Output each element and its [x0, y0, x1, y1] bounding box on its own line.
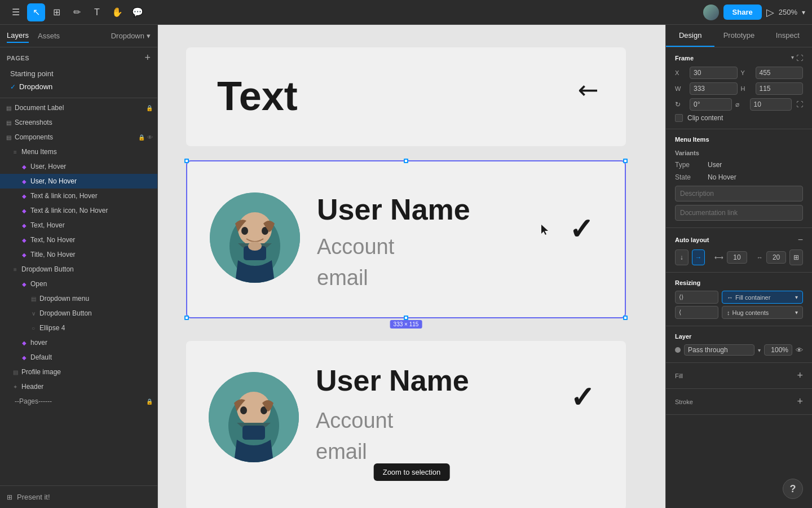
toolbar-tools: ☰ ↖ ⊞ ✏ T ✋ 💬: [7, 3, 147, 21]
layer-menu-items[interactable]: ≡ Menu Items: [0, 144, 157, 159]
layer-label: Text & link icon, No Hover: [30, 207, 108, 214]
share-button[interactable]: Share: [723, 5, 762, 20]
add-stroke-button[interactable]: +: [797, 396, 803, 408]
layer-text-no-hover[interactable]: ◆ Text, No Hover: [0, 233, 157, 247]
al-direction-right[interactable]: →: [692, 249, 705, 265]
y-value[interactable]: 455: [756, 67, 804, 79]
select-tool-icon[interactable]: ↖: [27, 3, 45, 21]
expand-corners-icon[interactable]: ⛶: [796, 100, 803, 108]
layer-default[interactable]: ◆ Default: [0, 350, 157, 365]
layer-open[interactable]: ◆ Open: [0, 277, 157, 291]
frame-chevron-icon[interactable]: ▾: [791, 54, 794, 62]
corner-value[interactable]: 10: [750, 98, 792, 111]
tab-design[interactable]: Design: [666, 25, 714, 47]
component-icon: ◆: [20, 192, 28, 200]
frame-tool-icon[interactable]: ⊞: [47, 3, 65, 21]
documentation-link-input[interactable]: [675, 205, 803, 221]
tab-inspect[interactable]: Inspect: [764, 25, 812, 47]
clip-content-label: Clip content: [687, 114, 723, 122]
help-button[interactable]: ?: [783, 479, 803, 499]
text-tool-icon[interactable]: T: [88, 3, 106, 21]
pen-tool-icon[interactable]: ✏: [68, 3, 86, 21]
pass-through-select[interactable]: Pass through: [684, 344, 754, 356]
layer-label: --Pages------: [15, 397, 52, 405]
layer-ellipse[interactable]: ○ Ellipse 4: [0, 321, 157, 335]
zoom-chevron-icon[interactable]: ▾: [802, 8, 805, 16]
add-page-button[interactable]: +: [144, 52, 151, 64]
al-align-icon[interactable]: ⊞: [789, 249, 803, 265]
layer-text-link-no-hover[interactable]: ◆ Text & link icon, No Hover: [0, 203, 157, 218]
play-button[interactable]: ▷: [766, 6, 774, 19]
zoom-level[interactable]: 250%: [779, 8, 797, 16]
resize-left-cell[interactable]: ⟨⟩: [675, 291, 718, 304]
frame-text[interactable]: Text ↗: [186, 47, 626, 146]
visibility-toggle-button[interactable]: 👁: [796, 346, 803, 354]
layer-profile-image[interactable]: ▤ Profile image: [0, 365, 157, 379]
menu-items-title: Menu Items: [675, 136, 709, 143]
variants-subsection: Variants: [675, 147, 803, 157]
al-spacing-value[interactable]: 10: [727, 251, 747, 264]
w-value[interactable]: 333: [690, 82, 738, 95]
al-spacing-icon: ⟷: [714, 254, 723, 261]
layer-components[interactable]: ▤ Components 🔒 👁: [0, 130, 157, 144]
account-label: Account: [317, 235, 394, 259]
tab-assets[interactable]: Assets: [38, 29, 60, 42]
resize-hug-cell[interactable]: ↕ Hug contents ▾: [722, 306, 803, 319]
tab-layers[interactable]: Layers: [7, 29, 29, 43]
layer-label: hover: [30, 339, 47, 347]
w-label: W: [675, 85, 686, 92]
layer-dropdown-button-inner[interactable]: ∨ Dropdown Button: [0, 306, 157, 321]
h-value[interactable]: 115: [756, 82, 804, 95]
comment-tool-icon[interactable]: 💬: [129, 3, 147, 21]
layer-label: Screenshots: [15, 119, 52, 126]
al-direction-down[interactable]: ↓: [675, 249, 689, 265]
layer-label: Open: [30, 280, 47, 288]
layer-dropdown-menu[interactable]: ▤ Dropdown menu: [0, 291, 157, 306]
frame-user-card-2[interactable]: User Name Account email ✓: [186, 341, 626, 508]
resize-top-cell[interactable]: ⟨: [675, 306, 718, 319]
toolbar-right: Share ▷ 250% ▾: [703, 5, 805, 20]
layer-text-hover[interactable]: ◆ Text, Hover: [0, 218, 157, 233]
menu-icon[interactable]: ☰: [7, 3, 25, 21]
x-value[interactable]: 30: [690, 67, 738, 79]
layer-hover[interactable]: ◆ hover: [0, 335, 157, 350]
layer-user-no-hover[interactable]: ◆ User, No Hover: [0, 174, 157, 189]
layer-dropdown-button[interactable]: ≡ Dropdown Button: [0, 262, 157, 277]
present-label[interactable]: Present it!: [17, 493, 50, 501]
tab-prototype[interactable]: Prototype: [714, 25, 763, 47]
tab-dropdown[interactable]: Dropdown ▾: [111, 32, 151, 40]
layer-screenshots[interactable]: ▤ Screenshots: [0, 115, 157, 130]
autolayout-remove-button[interactable]: −: [798, 235, 803, 245]
section-icon: ▤: [5, 119, 12, 126]
clip-content-row: Clip content: [675, 114, 803, 122]
frame-fullscreen-icon[interactable]: ⛶: [796, 54, 803, 62]
layer-header[interactable]: ✦ Header: [0, 379, 157, 394]
layer-document-label[interactable]: ▤ Document Label 🔒: [0, 100, 157, 115]
opacity-value[interactable]: 100%: [764, 344, 792, 356]
r-value[interactable]: 0°: [690, 98, 732, 111]
layer-text-link-hover[interactable]: ◆ Text & link icon, Hover: [0, 189, 157, 203]
layer-title-no-hover[interactable]: ◆ Title, No Hover: [0, 247, 157, 262]
layer-actions: 🔒 👁: [138, 134, 153, 141]
resize-fill-container-cell[interactable]: ↔ Fill container ▾: [722, 291, 803, 304]
corner-label: ⌀: [735, 100, 747, 108]
component-icon: ◆: [20, 236, 28, 244]
blend-chevron-icon[interactable]: ▾: [758, 347, 761, 353]
layer-section: Layer Pass through ▾ 100% 👁: [666, 326, 812, 363]
fill-row: Fill +: [675, 370, 803, 382]
r-label: ↻: [675, 100, 686, 108]
page-item-starting[interactable]: Starting point: [7, 67, 151, 80]
page-item-dropdown[interactable]: ✓ Dropdown: [7, 80, 151, 93]
component-icon: ◆: [20, 177, 28, 185]
frame-user-card[interactable]: User Name Account email ✓ 333 × 115: [186, 160, 626, 318]
add-fill-button[interactable]: +: [797, 370, 803, 382]
al-padding-value[interactable]: 20: [766, 251, 787, 264]
layer-pages-divider[interactable]: --Pages------ 🔒: [0, 394, 157, 409]
description-input[interactable]: [675, 186, 803, 202]
divider-icon: [5, 397, 12, 405]
hand-tool-icon[interactable]: ✋: [108, 3, 126, 21]
clip-content-checkbox[interactable]: [675, 114, 683, 122]
canvas-area[interactable]: Text ↗: [158, 25, 665, 508]
layer-user-hover[interactable]: ◆ User, Hover: [0, 159, 157, 174]
component-icon: ◆: [20, 280, 28, 288]
